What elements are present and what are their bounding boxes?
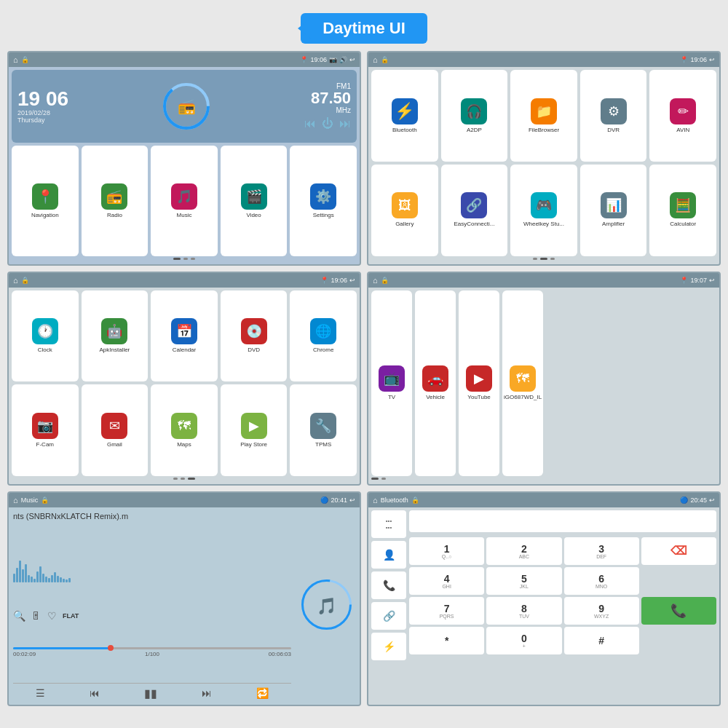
key-hash[interactable]: # (564, 627, 639, 654)
header-title: Daytime UI (323, 19, 405, 37)
app-wheelkey[interactable]: 🎮 Wheelkey Stu... (510, 165, 577, 256)
key-7[interactable]: 7 PQRS (409, 597, 484, 625)
app-settings[interactable]: ⚙️ Settings (290, 146, 357, 256)
power-btn[interactable]: ⏻ (322, 117, 333, 130)
app-video[interactable]: 🎬 Video (221, 146, 288, 256)
app-gmail[interactable]: ✉ Gmail (82, 384, 149, 476)
clock-label: Clock (38, 347, 52, 354)
lock-icon-2: 🔒 (381, 56, 389, 63)
prev-skip-btn[interactable]: ⏮ (304, 117, 316, 130)
status-right-6: 🔵 20:45 ↩ (680, 496, 715, 504)
bt-call-btn[interactable]: 📞 (371, 571, 406, 599)
calendar-label: Calendar (173, 347, 196, 354)
screen-apps3: ⌂ 🔒 📍 19:07 ↩ 📺 TV 🚗 Vehicle ▶ (367, 272, 721, 486)
a2dp-label: A2DP (467, 127, 482, 134)
app-a2dp[interactable]: 🎧 A2DP (441, 70, 508, 162)
key-6[interactable]: 6 MNO (564, 567, 639, 595)
next-skip-btn[interactable]: ⏭ (339, 117, 351, 130)
key-4[interactable]: 4 GHI (409, 567, 484, 595)
dvd-icon: 💿 (241, 318, 267, 344)
back-icon-4[interactable]: ↩ (709, 277, 715, 284)
viz-bar (57, 576, 59, 582)
back-icon[interactable]: ↩ (349, 56, 355, 63)
progress-track[interactable] (13, 647, 291, 649)
search-music-btn[interactable]: 🔍 (13, 610, 25, 622)
key-5[interactable]: 5 JKL (486, 567, 561, 595)
video-icon: 🎬 (241, 183, 267, 210)
app-tpms[interactable]: 🔧 TPMS (290, 384, 357, 476)
bt-link-btn[interactable]: 🔗 (371, 602, 406, 630)
app-dvr[interactable]: ⚙ DVR (580, 70, 647, 162)
app-calendar[interactable]: 📅 Calendar (151, 290, 218, 382)
app-vehicle[interactable]: 🚗 Vehicle (415, 290, 456, 477)
app-easyconnect[interactable]: 🔗 EasyConnecti... (441, 165, 508, 256)
easyconnect-icon: 🔗 (461, 192, 487, 218)
key-backspace[interactable]: ⌫ (641, 537, 716, 565)
home-icon[interactable]: ⌂ (13, 55, 18, 64)
app-clock[interactable]: 🕐 Clock (12, 290, 79, 382)
bt-number-display[interactable] (409, 510, 716, 532)
key-1[interactable]: 1 Q..○ (409, 537, 484, 565)
app-dvd[interactable]: 💿 DVD (221, 290, 288, 382)
app-gallery[interactable]: 🖼 Gallery (371, 165, 438, 256)
header-badge: Daytime UI (301, 13, 427, 44)
app-fcam[interactable]: 📷 F-Cam (12, 384, 79, 476)
equalizer-btn[interactable]: 🎚 (31, 610, 41, 622)
viz-bar (45, 577, 47, 582)
track-num: 1/100 (145, 651, 159, 657)
fcam-label: F-Cam (36, 441, 54, 448)
prev-btn[interactable]: ⏮ (90, 687, 100, 699)
app-radio[interactable]: 📻 Radio (82, 146, 149, 256)
key-call[interactable]: 📞 (641, 597, 716, 625)
app-youtube[interactable]: ▶ YouTube (459, 290, 499, 477)
back-icon-5[interactable]: ↩ (349, 496, 355, 504)
fm-unit: MHz (304, 106, 351, 114)
playlist-btn[interactable]: ☰ (36, 687, 45, 699)
key-3[interactable]: 3 DEF (564, 537, 639, 565)
home-icon-3[interactable]: ⌂ (13, 276, 18, 285)
music-song-title: nts (SNBRNxKLATCH Remix).m (13, 512, 291, 521)
app-tv[interactable]: 📺 TV (371, 290, 412, 477)
bt-profile-btn[interactable]: 👤 (371, 541, 406, 569)
key-2[interactable]: 2 ABC (486, 537, 561, 565)
app-maps[interactable]: 🗺 Maps (151, 384, 218, 476)
app-bluetooth[interactable]: ⚡ Bluetooth (371, 70, 438, 162)
home-icon-4[interactable]: ⌂ (373, 276, 378, 285)
dot-3-3 (188, 478, 195, 480)
viz-bar (42, 574, 44, 582)
next-btn[interactable]: ⏭ (202, 687, 212, 699)
key-9[interactable]: 9 WXYZ (564, 597, 639, 625)
app-playstore[interactable]: ▶ Play Store (221, 384, 288, 476)
page-dots-4 (371, 476, 386, 481)
viz-bar (36, 571, 39, 582)
key-star[interactable]: * (409, 627, 484, 654)
fm-info: FM1 87.50 MHz ⏮ ⏻ ⏭ (304, 82, 351, 130)
tpms-icon: 🔧 (310, 413, 336, 439)
app-calculator[interactable]: 🧮 Calculator (649, 165, 716, 256)
play-pause-btn[interactable]: ▮▮ (144, 687, 157, 700)
back-icon-3[interactable]: ↩ (349, 277, 355, 284)
music-right: 🎵 (297, 512, 355, 700)
app-igo[interactable]: 🗺 iGO687WD_IL (502, 290, 543, 477)
music-visualizer (13, 546, 291, 582)
app-amplifier[interactable]: 📊 Amplifier (580, 165, 647, 256)
home-icon-6[interactable]: ⌂ (373, 496, 378, 505)
app-avin[interactable]: ✏ AVIN (649, 70, 716, 162)
app-apkinstaller[interactable]: 🤖 ApkInstaller (82, 290, 149, 382)
key-8[interactable]: 8 TUV (486, 597, 561, 625)
favorite-btn[interactable]: ♡ (47, 610, 57, 622)
app-chrome[interactable]: 🌐 Chrome (290, 290, 357, 382)
home-icon-2[interactable]: ⌂ (373, 55, 378, 64)
settings-icon: ⚙️ (310, 183, 336, 210)
key-0[interactable]: 0 + (486, 627, 561, 654)
back-icon-6[interactable]: ↩ (709, 496, 715, 504)
music-label: Music (177, 212, 192, 219)
bt-bluetooth-btn[interactable]: ⚡ (371, 633, 406, 660)
app-navigation[interactable]: 📍 Navigation (12, 146, 79, 256)
app-music[interactable]: 🎵 Music (151, 146, 218, 256)
app-filebrowser[interactable]: 📁 FileBrowser (510, 70, 577, 162)
key-empty-2 (641, 627, 716, 654)
home-icon-5[interactable]: ⌂ (13, 496, 18, 505)
back-icon-2[interactable]: ↩ (709, 56, 715, 63)
repeat-btn[interactable]: 🔁 (256, 687, 269, 699)
